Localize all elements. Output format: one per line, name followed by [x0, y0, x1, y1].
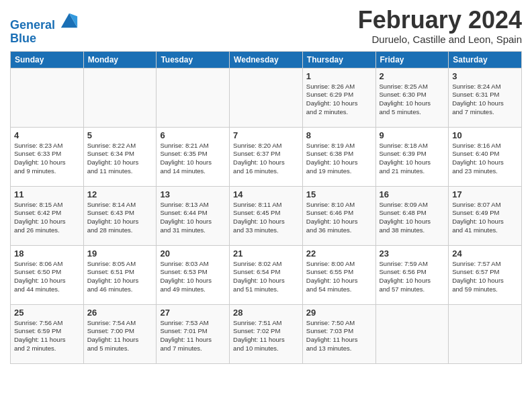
- day-number: 29: [306, 308, 372, 318]
- day-number: 8: [306, 130, 372, 140]
- calendar-cell: 18Sunrise: 8:06 AM Sunset: 6:50 PM Dayli…: [11, 245, 84, 304]
- day-number: 11: [14, 189, 80, 199]
- day-number: 18: [14, 248, 80, 259]
- day-number: 22: [306, 248, 372, 259]
- calendar-cell: 22Sunrise: 8:00 AM Sunset: 6:55 PM Dayli…: [302, 245, 375, 304]
- calendar-cell: 13Sunrise: 8:13 AM Sunset: 6:44 PM Dayli…: [157, 186, 230, 245]
- col-header-friday: Friday: [375, 51, 449, 68]
- calendar-cell: 11Sunrise: 8:15 AM Sunset: 6:42 PM Dayli…: [11, 186, 84, 245]
- day-info: Sunrise: 8:21 AM Sunset: 6:35 PM Dayligh…: [160, 142, 226, 176]
- day-number: 5: [87, 130, 153, 140]
- calendar-cell: 3Sunrise: 8:24 AM Sunset: 6:31 PM Daylig…: [449, 68, 522, 127]
- calendar-week-2: 4Sunrise: 8:23 AM Sunset: 6:33 PM Daylig…: [11, 127, 522, 186]
- day-number: 10: [452, 130, 518, 140]
- calendar-cell: [157, 68, 230, 127]
- day-number: 27: [160, 308, 226, 318]
- day-number: 7: [233, 130, 299, 140]
- col-header-wednesday: Wednesday: [230, 51, 303, 68]
- calendar-cell: 26Sunrise: 7:54 AM Sunset: 7:00 PM Dayli…: [83, 304, 157, 363]
- day-number: 21: [233, 248, 299, 259]
- col-header-tuesday: Tuesday: [157, 51, 230, 68]
- day-number: 4: [14, 130, 80, 140]
- subtitle: Duruelo, Castille and Leon, Spain: [358, 34, 522, 45]
- day-number: 24: [452, 248, 518, 259]
- calendar-cell: 24Sunrise: 7:57 AM Sunset: 6:57 PM Dayli…: [449, 245, 522, 304]
- calendar-cell: 17Sunrise: 8:07 AM Sunset: 6:49 PM Dayli…: [449, 186, 522, 245]
- col-header-thursday: Thursday: [302, 51, 375, 68]
- day-number: 19: [87, 248, 153, 259]
- day-number: 16: [380, 189, 445, 199]
- calendar-cell: 28Sunrise: 7:51 AM Sunset: 7:02 PM Dayli…: [230, 304, 303, 363]
- calendar-cell: 4Sunrise: 8:23 AM Sunset: 6:33 PM Daylig…: [11, 127, 84, 186]
- day-info: Sunrise: 8:03 AM Sunset: 6:53 PM Dayligh…: [160, 260, 226, 294]
- day-info: Sunrise: 8:26 AM Sunset: 6:29 PM Dayligh…: [306, 83, 372, 117]
- calendar-cell: [449, 304, 522, 363]
- day-info: Sunrise: 8:20 AM Sunset: 6:37 PM Dayligh…: [233, 142, 299, 176]
- day-number: 6: [160, 130, 226, 140]
- day-number: 1: [306, 71, 372, 81]
- day-info: Sunrise: 8:06 AM Sunset: 6:50 PM Dayligh…: [14, 260, 80, 294]
- day-info: Sunrise: 8:24 AM Sunset: 6:31 PM Dayligh…: [452, 83, 518, 117]
- main-title: February 2024: [358, 7, 522, 34]
- day-info: Sunrise: 8:00 AM Sunset: 6:55 PM Dayligh…: [306, 260, 372, 294]
- page-header: General Blue February 2024 Duruelo, Cast…: [10, 7, 522, 46]
- day-info: Sunrise: 8:16 AM Sunset: 6:40 PM Dayligh…: [452, 142, 518, 176]
- day-info: Sunrise: 7:57 AM Sunset: 6:57 PM Dayligh…: [452, 260, 518, 294]
- day-info: Sunrise: 8:18 AM Sunset: 6:39 PM Dayligh…: [380, 142, 445, 176]
- calendar-cell: 12Sunrise: 8:14 AM Sunset: 6:43 PM Dayli…: [83, 186, 157, 245]
- calendar-cell: [83, 68, 157, 127]
- day-number: 9: [380, 130, 445, 140]
- calendar-cell: 15Sunrise: 8:10 AM Sunset: 6:46 PM Dayli…: [302, 186, 375, 245]
- day-info: Sunrise: 8:11 AM Sunset: 6:45 PM Dayligh…: [233, 201, 299, 235]
- day-info: Sunrise: 8:25 AM Sunset: 6:30 PM Dayligh…: [380, 83, 445, 117]
- day-info: Sunrise: 8:22 AM Sunset: 6:34 PM Dayligh…: [87, 142, 153, 176]
- day-info: Sunrise: 8:23 AM Sunset: 6:33 PM Dayligh…: [14, 142, 80, 176]
- calendar-cell: [11, 68, 84, 127]
- logo-icon: [60, 10, 79, 29]
- day-info: Sunrise: 8:14 AM Sunset: 6:43 PM Dayligh…: [87, 201, 153, 235]
- logo-general: General: [10, 18, 55, 32]
- calendar-table: SundayMondayTuesdayWednesdayThursdayFrid…: [10, 51, 522, 364]
- day-info: Sunrise: 7:59 AM Sunset: 6:56 PM Dayligh…: [380, 260, 445, 294]
- calendar-cell: [230, 68, 303, 127]
- day-info: Sunrise: 8:19 AM Sunset: 6:38 PM Dayligh…: [306, 142, 372, 176]
- day-info: Sunrise: 7:54 AM Sunset: 7:00 PM Dayligh…: [87, 319, 153, 353]
- day-number: 20: [160, 248, 226, 259]
- logo-blue: Blue: [10, 32, 79, 46]
- day-number: 2: [380, 71, 445, 81]
- calendar-cell: 27Sunrise: 7:53 AM Sunset: 7:01 PM Dayli…: [157, 304, 230, 363]
- day-info: Sunrise: 8:09 AM Sunset: 6:48 PM Dayligh…: [380, 201, 445, 235]
- col-header-sunday: Sunday: [11, 51, 84, 68]
- calendar-cell: 7Sunrise: 8:20 AM Sunset: 6:37 PM Daylig…: [230, 127, 303, 186]
- calendar-week-5: 25Sunrise: 7:56 AM Sunset: 6:59 PM Dayli…: [11, 304, 522, 363]
- day-info: Sunrise: 8:15 AM Sunset: 6:42 PM Dayligh…: [14, 201, 80, 235]
- calendar-cell: 21Sunrise: 8:02 AM Sunset: 6:54 PM Dayli…: [230, 245, 303, 304]
- calendar-week-1: 1Sunrise: 8:26 AM Sunset: 6:29 PM Daylig…: [11, 68, 522, 127]
- day-info: Sunrise: 7:50 AM Sunset: 7:03 PM Dayligh…: [306, 319, 372, 353]
- calendar-cell: 29Sunrise: 7:50 AM Sunset: 7:03 PM Dayli…: [302, 304, 375, 363]
- day-info: Sunrise: 7:53 AM Sunset: 7:01 PM Dayligh…: [160, 319, 226, 353]
- calendar-cell: 8Sunrise: 8:19 AM Sunset: 6:38 PM Daylig…: [302, 127, 375, 186]
- day-number: 13: [160, 189, 226, 199]
- day-info: Sunrise: 8:07 AM Sunset: 6:49 PM Dayligh…: [452, 201, 518, 235]
- calendar-cell: 23Sunrise: 7:59 AM Sunset: 6:56 PM Dayli…: [375, 245, 449, 304]
- calendar-week-3: 11Sunrise: 8:15 AM Sunset: 6:42 PM Dayli…: [11, 186, 522, 245]
- col-header-saturday: Saturday: [449, 51, 522, 68]
- day-number: 12: [87, 189, 153, 199]
- day-number: 14: [233, 189, 299, 199]
- calendar-cell: 10Sunrise: 8:16 AM Sunset: 6:40 PM Dayli…: [449, 127, 522, 186]
- col-header-monday: Monday: [83, 51, 157, 68]
- calendar-cell: 5Sunrise: 8:22 AM Sunset: 6:34 PM Daylig…: [83, 127, 157, 186]
- calendar-cell: 19Sunrise: 8:05 AM Sunset: 6:51 PM Dayli…: [83, 245, 157, 304]
- calendar-cell: 1Sunrise: 8:26 AM Sunset: 6:29 PM Daylig…: [302, 68, 375, 127]
- day-info: Sunrise: 8:13 AM Sunset: 6:44 PM Dayligh…: [160, 201, 226, 235]
- day-number: 28: [233, 308, 299, 318]
- day-info: Sunrise: 7:56 AM Sunset: 6:59 PM Dayligh…: [14, 319, 80, 353]
- calendar-cell: 20Sunrise: 8:03 AM Sunset: 6:53 PM Dayli…: [157, 245, 230, 304]
- calendar-header-row: SundayMondayTuesdayWednesdayThursdayFrid…: [11, 51, 522, 68]
- calendar-cell: 25Sunrise: 7:56 AM Sunset: 6:59 PM Dayli…: [11, 304, 84, 363]
- day-number: 17: [452, 189, 518, 199]
- calendar-cell: 2Sunrise: 8:25 AM Sunset: 6:30 PM Daylig…: [375, 68, 449, 127]
- day-number: 25: [14, 308, 80, 318]
- calendar-cell: 6Sunrise: 8:21 AM Sunset: 6:35 PM Daylig…: [157, 127, 230, 186]
